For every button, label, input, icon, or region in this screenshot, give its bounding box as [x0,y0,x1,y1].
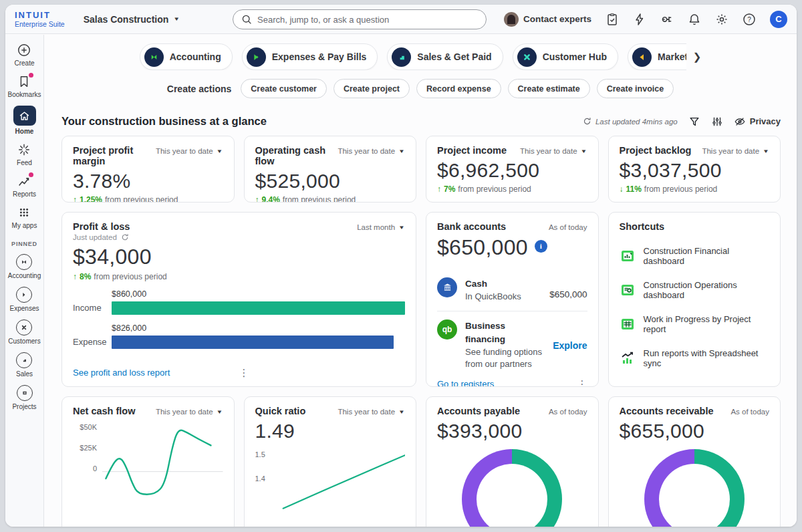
cash-account-row[interactable]: CashIn QuickBooks $650,000 [437,269,587,311]
nav-pill-sales[interactable]: Sales & Get Paid [387,43,503,70]
chevron-down-icon: ▼ [763,148,769,154]
user-avatar[interactable]: C [770,11,787,28]
sidebar-pinned-sales[interactable]: Sales [16,352,33,378]
last-updated: Last updated 4mins ago [583,117,678,126]
financial-dashboard-icon [620,248,636,264]
sidebar-pinned-customers[interactable]: Customers [8,319,40,345]
nav-scroll-right-button[interactable]: ❯ [693,51,702,63]
period-dropdown[interactable]: This year to date▼ [156,408,223,416]
company-selector[interactable]: Salas Construction ▼ [84,14,180,25]
account-source: In QuickBooks [465,291,521,303]
create-project-button[interactable]: Create project [333,79,410,98]
customize-sliders-icon[interactable] [711,116,723,128]
sidebar-pinned-expenses[interactable]: Expenses [10,287,39,312]
accounts-receivable-donut[interactable] [644,449,745,527]
info-icon[interactable]: i [535,240,547,253]
period-dropdown[interactable]: This year to date▼ [338,408,405,416]
kpi-delta: ↑9.4%from previous period [255,195,406,203]
search-input[interactable] [257,15,478,25]
go-to-registers-link[interactable]: Go to registers [437,379,494,387]
period-dropdown[interactable]: This year to date▼ [702,147,769,155]
nav-pill-marketing[interactable]: Marketing [628,43,686,70]
sidebar-item-create[interactable]: Create [14,43,34,67]
sidebar-pinned-accounting[interactable]: Accounting [8,254,41,279]
create-estimate-button[interactable]: Create estimate [508,79,590,98]
company-name: Salas Construction [84,14,169,25]
eye-off-icon [734,116,746,128]
shortcuts-card: Shortcuts Construction Financial dashboa… [608,212,781,387]
sales-steps-icon [16,352,32,368]
shortcut-wip-report[interactable]: Work in Progress by Project report [620,314,770,334]
topbar-actions: Contact experts ? C [504,11,787,28]
arrow-up-icon: ↑ [73,272,77,281]
create-invoice-button[interactable]: Create invoice [597,79,674,98]
sidebar-item-bookmarks[interactable]: Bookmarks [7,74,41,98]
notifications-bell-icon[interactable] [688,13,701,26]
y-tick-25k: $25K [73,444,97,452]
marketing-module-icon [632,47,652,67]
kpi-delta: ↑7%from previous period [437,184,587,194]
period-dropdown[interactable]: This year to date▼ [520,147,587,155]
kebab-menu-icon[interactable]: ⋮ [239,368,249,378]
chevron-down-icon: ▼ [217,148,223,154]
sidebar-item-my-apps[interactable]: My apps [12,205,37,229]
bank-building-icon [437,277,457,297]
income-bar[interactable] [112,301,405,315]
expense-bar[interactable] [112,336,394,349]
accounts-payable-donut[interactable] [462,449,562,527]
chevron-down-icon: ▼ [398,148,405,154]
integrations-plug-icon[interactable] [660,13,674,26]
card-title: Accounts receivable [620,406,714,416]
sidebar-nav: Create Bookmarks Home Feed Reports [5,35,44,527]
privacy-toggle[interactable]: Privacy [734,116,781,128]
period-label: As of today [549,223,587,231]
card-title: Shortcuts [620,221,665,232]
refresh-icon[interactable] [121,233,129,241]
sidebar-item-home[interactable]: Home [13,106,36,135]
sidebar-label: Projects [12,403,36,410]
nav-pill-customer-hub[interactable]: Customer Hub [513,43,618,70]
period-dropdown[interactable]: Last month▼ [357,223,405,231]
sidebar-item-reports[interactable]: Reports [13,174,36,198]
module-nav-strip: Accounting Expenses & Pay Bills Sales & … [140,43,686,70]
automations-bolt-icon[interactable] [633,13,646,26]
contact-experts-button[interactable]: Contact experts [504,12,591,27]
settings-gear-icon[interactable] [715,13,728,26]
filter-funnel-icon[interactable] [688,116,700,128]
sidebar-item-feed[interactable]: Feed [17,142,32,166]
explore-link[interactable]: Explore [553,340,587,351]
nav-pill-expenses[interactable]: Expenses & Pay Bills [242,43,378,70]
profit-loss-card: Profit & loss Last month▼ Just updated $… [61,212,416,387]
period-label: Last month [357,223,395,231]
chevron-down-icon: ▼ [217,409,223,415]
create-customer-button[interactable]: Create customer [241,79,327,98]
intuit-logo[interactable]: INTUIT Enterprise Suite [15,11,65,28]
as-of-today-label: As of today [549,408,587,416]
period-dropdown[interactable]: This year to date▼ [338,147,405,155]
bank-total-value: $650,000 [437,235,528,260]
shortcut-spreadsheet-sync[interactable]: Run reports with Spreadsheet sync [620,348,770,368]
record-expense-button[interactable]: Record expense [416,79,501,98]
shortcut-financial-dashboard[interactable]: Construction Financial dashboard [620,246,770,266]
period-dropdown[interactable]: This year to date▼ [156,147,223,155]
operations-dashboard-icon [620,282,636,298]
nav-pill-accounting[interactable]: Accounting [140,43,233,70]
card-title: Profit & loss [73,221,130,232]
period-label: This year to date [520,147,577,155]
sidebar-label: Sales [16,370,33,378]
quickbooks-logo-icon: qb [437,319,457,340]
kpi-delta-pct: 11% [626,184,642,194]
kebab-menu-icon[interactable]: ⋮ [577,379,587,387]
refresh-icon[interactable] [583,117,591,126]
tasks-clipboard-icon[interactable] [606,13,619,26]
sidebar-label: Feed [17,159,32,166]
sidebar-pinned-projects[interactable]: Projects [12,385,36,410]
shortcut-operations-dashboard[interactable]: Construction Operations dashboard [620,280,770,300]
arrow-up-icon: ↑ [255,195,259,203]
net-cash-flow-card: Net cash flow This year to date▼ $50K $2… [61,396,235,527]
app-window: INTUIT Enterprise Suite Salas Constructi… [5,5,797,527]
net-cash-flow-line-svg [102,422,223,495]
help-icon[interactable]: ? [743,13,756,26]
profit-loss-report-link[interactable]: See profit and loss report [73,368,170,378]
qb-logo-text: qb [442,325,452,334]
